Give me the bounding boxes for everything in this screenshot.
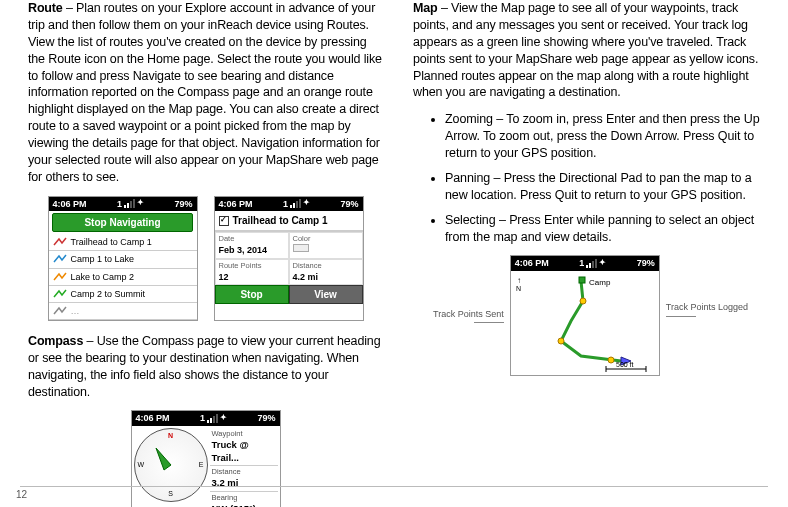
status-bar: 4:06 PM 1 ✦ 79% [49, 197, 197, 211]
list-item: Zooming – To zoom in, press Enter and th… [445, 111, 768, 162]
status-signal: 1 ✦ [200, 412, 227, 424]
list-item[interactable]: Trailhead to Camp 1 [49, 234, 197, 251]
track-point-sent-icon [580, 298, 586, 304]
status-signal: 1 ✦ [117, 198, 144, 210]
route-body: – Plan routes on your Explore account in… [28, 1, 382, 184]
status-signal: 1 ✦ [579, 257, 606, 269]
track-log-line [561, 281, 621, 361]
page-number: 12 [16, 488, 27, 502]
color-swatch [293, 244, 309, 252]
annotation-sent: Track Points Sent [433, 308, 504, 320]
status-time: 4:06 PM [515, 257, 549, 269]
satellite-icon: ✦ [303, 198, 310, 209]
view-button[interactable]: View [289, 285, 363, 305]
map-title: Map [413, 1, 438, 15]
status-battery: 79% [257, 412, 275, 424]
status-battery: 79% [174, 198, 192, 210]
waypoint-flag-icon [579, 277, 585, 283]
satellite-icon: ✦ [137, 198, 144, 209]
svg-text:N: N [516, 285, 521, 292]
footer-divider [20, 486, 768, 487]
routes-list-screen: 4:06 PM 1 ✦ 79% Stop Navigating Trailhea… [48, 196, 198, 321]
compass-screen: 4:06 PM 1 ✦ 79% N E S W [131, 410, 281, 507]
status-signal: 1 ✦ [283, 198, 310, 210]
track-point-sent-icon [558, 338, 564, 344]
north-indicator: ↑ [517, 276, 521, 285]
satellite-icon: ✦ [220, 413, 227, 424]
stop-navigating-button[interactable]: Stop Navigating [52, 213, 193, 233]
route-title: Route [28, 1, 63, 15]
list-item[interactable]: Lake to Camp 2 [49, 269, 197, 286]
satellite-icon: ✦ [599, 258, 606, 269]
svg-marker-0 [156, 448, 171, 470]
status-battery: 79% [340, 198, 358, 210]
compass-title: Compass [28, 334, 83, 348]
map-screen: 4:06 PM 1 ✦ 79% ↑ N [510, 255, 660, 375]
status-time: 4:06 PM [219, 198, 253, 210]
list-item[interactable]: Camp 2 to Summit [49, 286, 197, 303]
list-item: Panning – Press the Directional Pad to p… [445, 170, 768, 204]
stop-button[interactable]: Stop [215, 285, 289, 305]
list-item[interactable]: Camp 1 to Lake [49, 251, 197, 268]
track-point-sent-icon [608, 357, 614, 363]
list-item[interactable]: … [49, 303, 197, 320]
map-body: – View the Map page to see all of your w… [413, 1, 758, 99]
svg-text:Camp: Camp [589, 278, 611, 287]
compass-figure: 4:06 PM 1 ✦ 79% N E S W [28, 410, 383, 507]
routes-list: Trailhead to Camp 1 Camp 1 to Lake Lake … [49, 234, 197, 320]
map-paragraph: Map – View the Map page to see all of yo… [413, 0, 768, 101]
status-bar: 4:06 PM 1 ✦ 79% [215, 197, 363, 211]
status-bar: 4:06 PM 1 ✦ 79% [511, 256, 659, 270]
map-canvas[interactable]: ↑ N Camp 500 ft [511, 271, 659, 375]
route-figures: 4:06 PM 1 ✦ 79% Stop Navigating Trailhea… [28, 196, 383, 321]
checkbox-icon[interactable]: ✓ [219, 216, 229, 226]
status-bar: 4:06 PM 1 ✦ 79% [132, 411, 280, 425]
map-bullet-list: Zooming – To zoom in, press Enter and th… [413, 111, 768, 245]
compass-dial: N E S W [134, 428, 208, 502]
compass-arrow-icon [146, 440, 196, 490]
list-item: Selecting – Press Enter while panning to… [445, 212, 768, 246]
route-detail-screen: 4:06 PM 1 ✦ 79% ✓ Trailhead to Camp 1 Da… [214, 196, 364, 321]
route-paragraph: Route – Plan routes on your Explore acco… [28, 0, 383, 186]
svg-text:500 ft: 500 ft [616, 361, 634, 368]
status-time: 4:06 PM [53, 198, 87, 210]
annotation-logged: Track Points Logged [666, 301, 748, 313]
compass-paragraph: Compass – Use the Compass page to view y… [28, 333, 383, 401]
map-figure: Track Points Sent 4:06 PM 1 ✦ 79% ↑ [413, 255, 768, 375]
route-detail-header[interactable]: ✓ Trailhead to Camp 1 [215, 211, 363, 232]
status-time: 4:06 PM [136, 412, 170, 424]
status-battery: 79% [637, 257, 655, 269]
